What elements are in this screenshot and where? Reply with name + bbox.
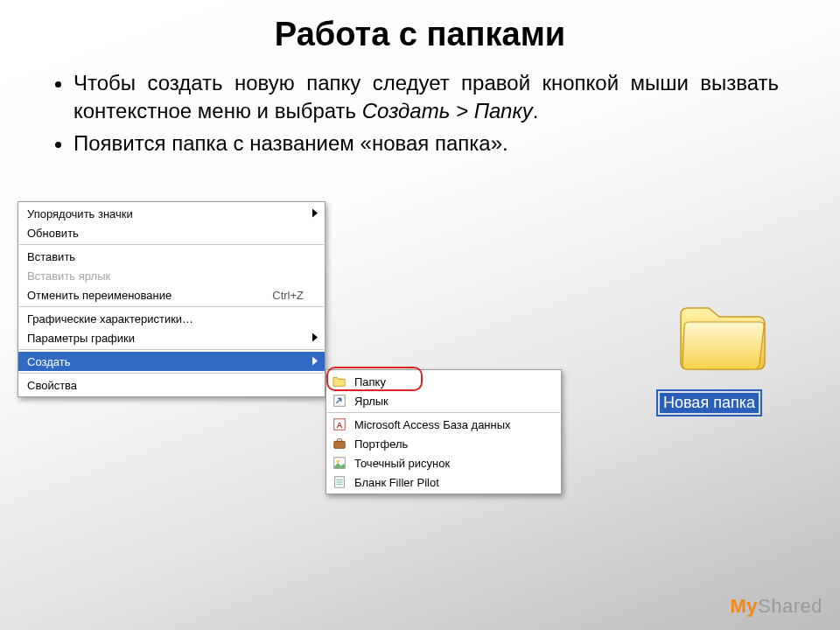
svg-text:A: A (336, 420, 342, 430)
submenu-folder[interactable]: Папку (326, 372, 561, 391)
bullet-1: Чтобы создать новую папку следует правой… (74, 69, 779, 126)
submenu-arrow-icon (312, 332, 318, 345)
menu-undo-rename[interactable]: Отменить переименование Ctrl+Z (18, 285, 325, 304)
menu-refresh[interactable]: Обновить (18, 223, 325, 242)
submenu-bitmap[interactable]: Точечный рисунок (326, 453, 561, 472)
submenu-arrow-icon (312, 207, 318, 220)
bullet-1-post: . (533, 99, 539, 122)
menu-separator (327, 412, 560, 413)
submenu-filler-pilot[interactable]: Бланк Filler Pilot (326, 472, 561, 492)
menu-graphics-params-label: Параметры графики (27, 332, 135, 345)
access-db-icon: A (332, 416, 347, 432)
watermark-shared: Shared (758, 595, 822, 617)
watermark-my: My (730, 595, 758, 617)
menu-refresh-label: Обновить (27, 227, 79, 240)
menu-separator (19, 349, 324, 350)
instruction-text: Чтобы создать новую папку следует правой… (0, 53, 840, 158)
folder-icon (332, 374, 347, 389)
svg-rect-4 (337, 439, 341, 442)
filler-pilot-icon (332, 474, 347, 490)
menu-paste[interactable]: Вставить (18, 247, 325, 266)
menu-arrange-icons[interactable]: Упорядочить значки (18, 204, 325, 223)
rename-editbox[interactable]: Новая папка (656, 389, 762, 416)
menu-separator (19, 373, 324, 374)
submenu-access-db-label: Microsoft Access База данных (354, 418, 511, 431)
menu-arrange-icons-label: Упорядочить значки (27, 207, 133, 220)
briefcase-icon (332, 436, 347, 452)
submenu-shortcut-label: Ярлык (354, 395, 388, 408)
submenu-filler-pilot-label: Бланк Filler Pilot (354, 476, 439, 489)
menu-undo-rename-label: Отменить переименование (27, 289, 172, 302)
bullet-1-em: Создать > Папку (362, 99, 533, 122)
submenu-briefcase[interactable]: Портфель (326, 434, 561, 453)
menu-create-label: Создать (27, 355, 70, 368)
menu-graphics-params[interactable]: Параметры графики (18, 328, 325, 347)
submenu-bitmap-label: Точечный рисунок (354, 457, 450, 470)
menu-graphics-characteristics-label: Графические характеристики… (27, 312, 193, 326)
menu-separator (19, 306, 324, 307)
menu-create[interactable]: Создать (18, 352, 325, 371)
svg-rect-3 (334, 441, 345, 448)
page-title: Работа с папками (0, 0, 840, 53)
shortcut-icon (332, 393, 347, 409)
new-folder-large-icon[interactable] (674, 298, 770, 376)
submenu-shortcut[interactable]: Ярлык (326, 391, 561, 410)
context-menu: Упорядочить значки Обновить Вставить Вст… (18, 201, 326, 397)
svg-point-6 (336, 459, 340, 463)
menu-properties-label: Свойства (27, 379, 77, 392)
watermark: MyShared (730, 595, 822, 618)
submenu-arrow-icon (312, 355, 318, 368)
menu-properties[interactable]: Свойства (18, 375, 325, 395)
bitmap-icon (332, 455, 347, 471)
submenu-briefcase-label: Портфель (354, 438, 408, 451)
bullet-2: Появится папка с названием «новая папка»… (74, 130, 779, 158)
submenu-access-db[interactable]: A Microsoft Access База данных (326, 415, 561, 434)
create-submenu: Папку Ярлык A Microsoft Access База данн… (326, 369, 562, 494)
menu-paste-shortcut-label: Вставить ярлык (27, 270, 110, 283)
menu-graphics-characteristics[interactable]: Графические характеристики… (18, 309, 325, 328)
menu-undo-rename-shortcut: Ctrl+Z (246, 289, 304, 302)
menu-separator (19, 244, 324, 245)
rename-editbox-text: Новая папка (660, 393, 759, 413)
submenu-folder-label: Папку (354, 375, 386, 388)
menu-paste-label: Вставить (27, 250, 75, 263)
menu-paste-shortcut: Вставить ярлык (18, 266, 325, 285)
